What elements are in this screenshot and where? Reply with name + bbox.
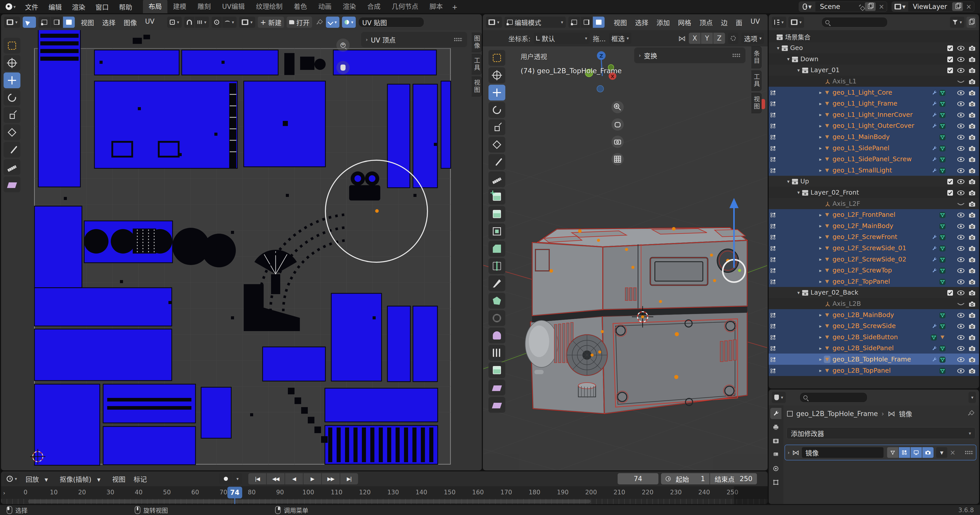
camera-visibility-icon[interactable] (969, 111, 975, 118)
disclosure-triangle[interactable]: ▸ (817, 334, 824, 340)
camera-visibility-icon[interactable] (969, 322, 975, 329)
uv-menu-UV[interactable]: UV (142, 16, 158, 28)
tool-move[interactable] (488, 85, 505, 100)
viewport-menu-顶点[interactable]: 顶点 (696, 16, 716, 28)
disclosure-triangle[interactable]: ▸ (817, 167, 824, 173)
mirror-z-toggle[interactable]: Z (713, 33, 725, 44)
properties-search-input[interactable] (800, 392, 867, 402)
disclosure-triangle[interactable]: ▾ (785, 56, 792, 62)
disclosure-triangle[interactable]: ▸ (817, 123, 824, 129)
timeline-menu-标记[interactable]: 标记 (130, 473, 151, 485)
disclosure-triangle[interactable]: ▸ (817, 278, 824, 284)
outliner-row-Axis_L2F[interactable]: Axis_L2F (769, 198, 979, 209)
properties-options-button[interactable]: ▾ (969, 392, 976, 403)
outliner-row-geo_L2B_TopPanel[interactable]: ▸geo_L2B_TopPanel (769, 365, 979, 376)
eye-icon[interactable] (957, 367, 965, 374)
viewport-menu-视图[interactable]: 视图 (610, 16, 631, 28)
tab-render-properties[interactable] (770, 436, 781, 447)
eye-icon[interactable] (957, 122, 965, 129)
tool-shrink-flatten[interactable] (488, 362, 505, 378)
tool-grab[interactable] (3, 176, 21, 192)
modifier-wrench-icon[interactable] (932, 111, 937, 118)
breadcrumb-object[interactable]: geo_L2B_TopHole_Frame (796, 410, 878, 418)
viewport-menu-UV[interactable]: UV (747, 16, 764, 28)
snap-settings-button[interactable]: ▾ (195, 17, 209, 28)
mesh-data-icon[interactable] (939, 133, 946, 141)
modifier-oncage-toggle[interactable] (887, 447, 898, 458)
outliner-row-geo_L2B_MainBody[interactable]: ▸geo_L2B_MainBody (769, 309, 979, 320)
outliner-row-geo_L1_Light_Core[interactable]: ▸geo_L1_Light_Core (769, 87, 979, 98)
eye-icon[interactable] (957, 344, 965, 352)
disclosure-triangle[interactable]: ▾ (785, 178, 792, 184)
disclosure-triangle[interactable]: ▾ (795, 290, 802, 296)
new-scene-button[interactable] (865, 2, 876, 11)
tool-smooth[interactable] (488, 327, 505, 343)
camera-visibility-icon[interactable] (969, 66, 975, 74)
camera-visibility-icon[interactable] (969, 200, 975, 207)
camera-visibility-icon[interactable] (969, 356, 975, 363)
outliner-row-geo_L2B_ScrewSide[interactable]: ▸geo_L2B_ScrewSide (769, 320, 979, 332)
menu-渲染[interactable]: 渲染 (68, 0, 89, 13)
tool-extrude[interactable] (488, 206, 505, 222)
outliner-row-geo_L2F_TopPanel[interactable]: ▸geo_L2F_TopPanel (769, 276, 979, 287)
modifier-extras-dropdown[interactable]: ▾ (936, 447, 947, 458)
camera-visibility-icon[interactable] (969, 244, 975, 252)
camera-visibility-icon[interactable] (969, 367, 975, 374)
mesh-data-icon[interactable] (939, 278, 946, 285)
eye-icon[interactable] (957, 167, 965, 174)
expand-icon[interactable]: › (788, 450, 790, 456)
tab-viewlayer-properties[interactable] (770, 449, 781, 460)
tool-inset-faces[interactable] (488, 223, 505, 239)
workspace-tab-几何节点[interactable]: 几何节点 (386, 0, 424, 13)
scenes-display-button[interactable]: ▾ (788, 17, 804, 28)
outliner-row-geo_L2B_SideButton[interactable]: ▸geo_L2B_SideButton (769, 331, 979, 343)
uv-tab-view[interactable]: 视图 (472, 76, 482, 96)
outliner-row-geo_L1_Light_Frame[interactable]: ▸geo_L1_Light_Frame (769, 98, 979, 109)
uv-edge-display-button[interactable]: ▾ (326, 17, 339, 28)
scene-selector[interactable]: ▾ Scene × (799, 2, 887, 12)
mesh-data-icon[interactable] (939, 244, 946, 252)
pan-gizmo[interactable] (336, 61, 350, 74)
tool-bevel[interactable] (488, 241, 505, 257)
disclosure-triangle[interactable]: ▸ (817, 245, 824, 251)
exclude-checkbox[interactable] (947, 289, 953, 296)
orientation-dropdown[interactable]: 默认▾ (534, 33, 590, 44)
zoom-gizmo[interactable]: + (336, 38, 350, 52)
play-button[interactable]: ▶ (304, 473, 321, 485)
modifier-wrench-icon[interactable] (932, 89, 937, 96)
disclosure-triangle[interactable]: ▸ (817, 367, 824, 373)
disclosure-triangle[interactable]: ▸ (817, 356, 824, 362)
eye-icon[interactable] (957, 133, 965, 141)
mesh-data-icon[interactable] (939, 256, 946, 263)
editor-type-button[interactable]: ▾ (772, 392, 786, 403)
image-browse-button[interactable]: ▾ (239, 17, 255, 28)
eye-icon[interactable] (957, 334, 965, 341)
mesh-data-icon[interactable] (939, 89, 946, 96)
menu-编辑[interactable]: 编辑 (45, 0, 66, 13)
timeline-menu-回放[interactable]: 回放 ▾ (22, 473, 55, 485)
workspace-tab-着色[interactable]: 着色 (288, 0, 313, 13)
outliner-row-geo_L1_Light_InnerCover[interactable]: ▸geo_L1_Light_InnerCover (769, 109, 979, 120)
select-mode-vertex[interactable] (38, 17, 50, 28)
disclosure-triangle[interactable]: ▸ (817, 112, 824, 117)
exclude-checkbox[interactable] (947, 66, 953, 74)
drag-dots-icon[interactable] (454, 38, 463, 41)
disclosure-triangle[interactable]: ▾ (795, 189, 802, 195)
modifier-wrench-icon[interactable] (932, 322, 937, 329)
viewport-menu-网格[interactable]: 网格 (675, 16, 695, 28)
modifier-wrench-icon[interactable] (932, 100, 937, 107)
eye-icon[interactable] (957, 155, 965, 163)
modifier-wrench-icon[interactable] (932, 233, 937, 240)
auto-keying-toggle[interactable] (219, 473, 232, 485)
mesh-data-icon[interactable] (939, 155, 946, 163)
eye-icon[interactable] (957, 145, 965, 152)
camera-visibility-icon[interactable] (969, 56, 975, 63)
tool-annotate[interactable] (3, 142, 21, 157)
outliner-row-geo_L2F_ScrewSide_02[interactable]: ▸geo_L2F_ScrewSide_02 (769, 254, 979, 265)
sidebar-tab-item[interactable]: 条目 (751, 46, 762, 68)
mesh-data-icon[interactable] (931, 334, 937, 341)
modifier-panel-mirror[interactable]: › ⋈ 镜像 ▾ × (784, 445, 977, 460)
camera-visibility-icon[interactable] (969, 222, 975, 230)
camera-visibility-icon[interactable] (969, 78, 975, 85)
new-viewlayer-button[interactable] (952, 2, 963, 11)
